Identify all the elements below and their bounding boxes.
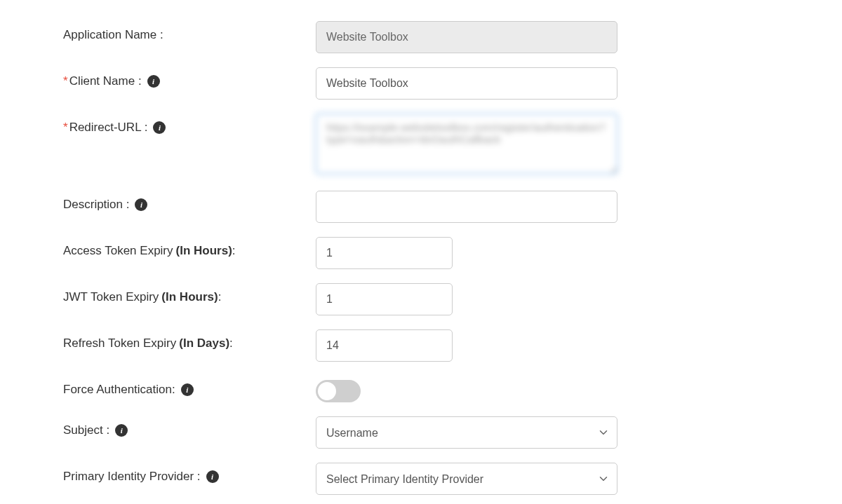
subject-select[interactable]: Username — [316, 416, 617, 449]
label-subject: Subject : i — [63, 416, 316, 437]
row-primary-idp: Primary Identity Provider : i Select Pri… — [63, 463, 779, 495]
force-authentication-toggle[interactable] — [316, 380, 361, 402]
label-access-token-expiry: Access Token Expiry (In Hours): — [63, 237, 316, 258]
row-subject: Subject : i Username — [63, 416, 779, 449]
row-jwt-token-expiry: JWT Token Expiry (In Hours): — [63, 283, 779, 315]
label-primary-idp: Primary Identity Provider : i — [63, 463, 316, 484]
info-icon[interactable]: i — [147, 75, 160, 88]
info-icon[interactable]: i — [135, 198, 147, 211]
info-icon[interactable]: i — [115, 424, 128, 437]
info-icon[interactable]: i — [206, 470, 219, 483]
row-description: Description : i — [63, 191, 779, 223]
row-client-name: * Client Name : i — [63, 67, 779, 100]
row-application-name: Application Name : — [63, 21, 779, 53]
label-force-authentication: Force Authentication: i — [63, 376, 316, 397]
primary-idp-select[interactable]: Select Primary Identity Provider — [316, 463, 617, 495]
jwt-token-expiry-input[interactable] — [316, 283, 453, 315]
row-refresh-token-expiry: Refresh Token Expiry (In Days): — [63, 329, 779, 362]
row-access-token-expiry: Access Token Expiry (In Hours): — [63, 237, 779, 269]
label-description: Description : i — [63, 191, 316, 212]
info-icon[interactable]: i — [153, 121, 166, 134]
application-name-input — [316, 21, 617, 53]
redirect-url-input[interactable]: https://example.websitetoolbox.com/regis… — [316, 114, 617, 174]
access-token-expiry-input[interactable] — [316, 237, 453, 269]
refresh-token-expiry-input[interactable] — [316, 329, 453, 362]
row-redirect-url: * Redirect-URL : i https://example.websi… — [63, 114, 779, 177]
description-input[interactable] — [316, 191, 617, 223]
label-application-name: Application Name : — [63, 21, 316, 42]
label-client-name: * Client Name : i — [63, 67, 316, 88]
label-refresh-token-expiry: Refresh Token Expiry (In Days): — [63, 329, 316, 350]
toggle-knob — [318, 382, 336, 400]
label-jwt-token-expiry: JWT Token Expiry (In Hours): — [63, 283, 316, 304]
label-redirect-url: * Redirect-URL : i — [63, 114, 316, 135]
client-name-input[interactable] — [316, 67, 617, 100]
row-force-authentication: Force Authentication: i — [63, 376, 779, 402]
info-icon[interactable]: i — [181, 383, 194, 396]
